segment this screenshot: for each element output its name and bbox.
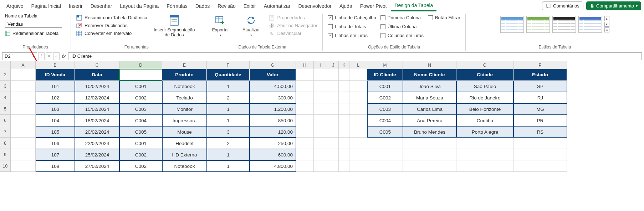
cell[interactable]: 107 (36, 149, 75, 160)
cell[interactable]: C003 (367, 103, 403, 115)
tab-revis-o[interactable]: Revisão (214, 1, 239, 11)
cell[interactable] (296, 81, 314, 92)
row-header[interactable]: 8 (0, 138, 11, 149)
col-header[interactable]: H (296, 61, 314, 69)
cell[interactable]: 102 (36, 92, 75, 103)
cell[interactable] (367, 149, 403, 160)
col-header[interactable]: D (119, 61, 162, 69)
cell[interactable]: 103 (36, 103, 75, 115)
cell[interactable] (403, 138, 456, 149)
tab-p-gina-inicial[interactable]: Página Inicial (27, 1, 64, 11)
pivot-button[interactable]: Resumir com Tabela Dinâmica (76, 15, 147, 21)
cell[interactable]: 250,00 (250, 138, 296, 149)
tab-power-pivot[interactable]: Power Pivot (357, 1, 390, 11)
cell[interactable] (349, 81, 367, 92)
col-header[interactable]: M (367, 61, 403, 69)
col-header[interactable]: C (75, 61, 119, 69)
cell[interactable] (349, 103, 367, 115)
cell[interactable] (328, 160, 339, 172)
cell[interactable]: Rio de Janeiro (456, 92, 513, 103)
cell[interactable] (314, 103, 328, 115)
cell[interactable] (339, 149, 349, 160)
cell[interactable]: C005 (367, 126, 403, 138)
cell[interactable]: 12/02/2024 (75, 92, 119, 103)
cell[interactable]: ID Cliente (119, 69, 162, 81)
col-header[interactable]: P (513, 61, 567, 69)
cell[interactable]: Mouse (162, 126, 207, 138)
cell[interactable]: Curitiba (456, 115, 513, 126)
cell[interactable]: 1.200,00 (250, 103, 296, 115)
tab-arquivo[interactable]: Arquivo (3, 1, 27, 11)
row-header[interactable]: 7 (0, 126, 11, 138)
refresh-button[interactable]: Atualizar▾ (238, 14, 264, 38)
cell[interactable]: Valor (250, 69, 296, 81)
cell[interactable] (349, 69, 367, 81)
cell[interactable] (349, 149, 367, 160)
tab-desenvolvedor[interactable]: Desenvolvedor (295, 1, 335, 11)
cell[interactable]: 22/02/2024 (75, 138, 119, 149)
table-name-input[interactable] (5, 20, 62, 28)
cell[interactable] (11, 138, 36, 149)
check-first-col[interactable]: Primeira Coluna (380, 15, 424, 20)
col-header[interactable]: O (456, 61, 513, 69)
col-header[interactable]: J (328, 61, 339, 69)
cell[interactable] (349, 126, 367, 138)
cell[interactable]: RS (513, 126, 567, 138)
col-header[interactable]: E (162, 61, 207, 69)
cell[interactable]: MG (513, 103, 567, 115)
fx-icon[interactable]: fx (61, 53, 67, 59)
cell[interactable] (296, 115, 314, 126)
cell[interactable]: Ana Pereira (403, 115, 456, 126)
cell[interactable] (456, 149, 513, 160)
cell[interactable]: SP (513, 81, 567, 92)
scroll-up-button[interactable]: ▴ (604, 16, 609, 21)
cell[interactable] (328, 149, 339, 160)
cell[interactable]: ID Cliente (367, 69, 403, 81)
cell[interactable]: 2 (207, 92, 250, 103)
row-header[interactable]: 3 (0, 81, 11, 92)
cell[interactable]: 1 (207, 115, 250, 126)
cell[interactable] (296, 69, 314, 81)
cell[interactable] (403, 160, 456, 172)
col-header[interactable]: B (36, 61, 75, 69)
row-header[interactable]: 6 (0, 115, 11, 126)
cell[interactable]: 1 (207, 103, 250, 115)
col-header[interactable]: N (403, 61, 456, 69)
scroll-down-button[interactable]: ▾ (604, 22, 609, 27)
cell[interactable] (296, 160, 314, 172)
cell[interactable] (296, 92, 314, 103)
cell[interactable] (339, 138, 349, 149)
cell[interactable] (314, 92, 328, 103)
cell[interactable]: 3 (207, 126, 250, 138)
cell[interactable] (314, 126, 328, 138)
tab-dados[interactable]: Dados (192, 1, 213, 11)
col-header[interactable]: G (250, 61, 296, 69)
cell[interactable] (456, 160, 513, 172)
select-all[interactable] (0, 61, 11, 69)
cell[interactable]: Impressora (162, 115, 207, 126)
cell[interactable] (328, 69, 339, 81)
gallery-more-button[interactable]: ═ (604, 27, 609, 32)
cell[interactable]: Monitor (162, 103, 207, 115)
cell[interactable] (328, 103, 339, 115)
cell[interactable] (11, 92, 36, 103)
cell[interactable]: 25/02/2024 (75, 149, 119, 160)
cell[interactable] (296, 149, 314, 160)
cell[interactable]: 300,00 (250, 92, 296, 103)
cell[interactable]: C003 (119, 103, 162, 115)
name-box[interactable]: D2▾ (2, 52, 37, 60)
share-button[interactable]: Compartilhamento ▾ (586, 1, 641, 10)
cell[interactable]: 104 (36, 115, 75, 126)
style-option[interactable] (526, 16, 550, 33)
check-total-row[interactable]: Linha de Totais (328, 24, 376, 29)
row-header[interactable]: 2 (0, 69, 11, 81)
cell[interactable]: 600,00 (250, 149, 296, 160)
cell[interactable]: Carlos Lima (403, 103, 456, 115)
cell[interactable]: Estado (513, 69, 567, 81)
cell[interactable]: 4.500,00 (250, 81, 296, 92)
cell[interactable]: 1 (207, 160, 250, 172)
row-header[interactable]: 4 (0, 92, 11, 103)
cell[interactable]: C004 (367, 115, 403, 126)
cell[interactable] (314, 69, 328, 81)
cell[interactable]: Headset (162, 138, 207, 149)
